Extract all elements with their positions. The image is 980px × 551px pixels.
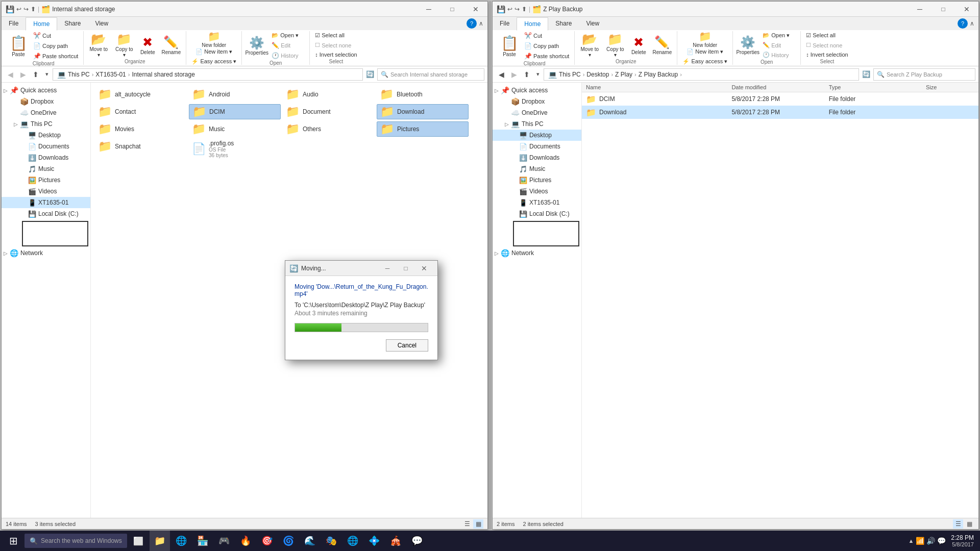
col-header-size[interactable]: Size [926, 84, 974, 90]
taskbar-app6-btn[interactable]: 🎯 [257, 531, 277, 551]
right-tree-item-thispc[interactable]: ▷ 💻 This PC [493, 118, 581, 130]
left-window-qat-save[interactable]: 💾 [6, 5, 14, 13]
taskbar-clock[interactable]: 2:28 PM 5/8/2017 [948, 534, 977, 547]
left-window-qat-up[interactable]: ⬆ [31, 6, 36, 13]
file-item-pictures[interactable]: 📁 Pictures [377, 121, 469, 137]
right-new-folder-btn[interactable]: 📁 New folder [692, 31, 718, 46]
left-properties-btn[interactable]: ⚙️ Properties [245, 35, 268, 57]
taskbar-app5-btn[interactable]: 🔥 [235, 531, 256, 551]
left-tree-item-onedrive[interactable]: ☁️ OneDrive [2, 107, 90, 118]
file-item-movies[interactable]: 📁 Movies [95, 121, 187, 137]
moving-dialog[interactable]: 🔄 Moving... ─ □ ✕ Moving 'Dow...\Return_… [285, 260, 438, 360]
right-tree-item-pictures[interactable]: 🖼️ Pictures [493, 174, 581, 186]
tray-show-hidden[interactable]: ▲ [908, 538, 914, 544]
left-tree-item-dropbox[interactable]: 📦 Dropbox [2, 96, 90, 107]
left-paste-shortcut-btn[interactable]: 📌 Paste shortcut [31, 52, 80, 61]
right-tree-item-videos[interactable]: 🎬 Videos [493, 186, 581, 197]
taskbar-start-btn[interactable]: ⊞ [3, 531, 23, 551]
right-tree-item-desktop[interactable]: 🖥️ Desktop [493, 130, 581, 141]
left-new-folder-btn[interactable]: 📁 New folder [201, 31, 227, 46]
file-item-others[interactable]: 📁 Others [283, 121, 375, 137]
modal-maximize-btn[interactable]: □ [397, 262, 415, 274]
right-window-qat-up[interactable]: ⬆ [522, 6, 527, 13]
right-tree-item-onedrive[interactable]: ☁️ OneDrive [493, 107, 581, 118]
file-item-document[interactable]: 📁 Document [283, 104, 375, 119]
right-edit-btn[interactable]: ✏️ Edit [761, 41, 797, 49]
taskbar-store-btn[interactable]: 🏪 [192, 531, 213, 551]
right-tab-home[interactable]: Home [517, 17, 548, 31]
left-open-btn[interactable]: 📂 Open ▾ [270, 31, 306, 40]
right-tree-item-downloads[interactable]: ⬇️ Downloads [493, 152, 581, 163]
left-tree-item-quickaccess[interactable]: ▷ 📌 Quick access [2, 85, 90, 96]
right-back-btn[interactable]: ◀ [496, 69, 507, 80]
left-refresh-btn[interactable]: 🔄 [364, 69, 376, 80]
right-copy-path-btn[interactable]: 📄 Copy path [522, 41, 571, 51]
right-tree-item-music[interactable]: 🎵 Music [493, 163, 581, 174]
tray-message-icon[interactable]: 💬 [937, 537, 946, 545]
right-tree-item-localdisk[interactable]: 💾 Local Disk (C:) [493, 208, 581, 219]
right-easy-access-btn[interactable]: ⚡ Easy access ▾ [680, 57, 729, 66]
modal-minimize-btn[interactable]: ─ [378, 262, 397, 274]
left-tree-item-pictures[interactable]: 🖼️ Pictures [2, 174, 90, 186]
right-cut-btn[interactable]: ✂️ Cut [522, 31, 571, 40]
modal-titlebar[interactable]: 🔄 Moving... ─ □ ✕ [285, 261, 437, 276]
left-tree-item-documents[interactable]: 📄 Documents [2, 141, 90, 152]
file-item-audio[interactable]: 📁 Audio [283, 87, 375, 102]
left-tab-home[interactable]: Home [26, 17, 57, 31]
taskbar-app8-btn[interactable]: 🌊 [300, 531, 320, 551]
file-item-profigos[interactable]: 📄 .profig.os OS File 36 bytes [189, 139, 281, 159]
left-new-item-btn[interactable]: 📄 New item ▾ [193, 47, 234, 56]
left-tree-item-network[interactable]: ▷ 🌐 Network [2, 247, 90, 259]
right-tree-item-quickaccess[interactable]: ▷ 📌 Quick access [493, 85, 581, 96]
taskbar-app11-btn[interactable]: 💠 [364, 531, 384, 551]
left-tree-item-music[interactable]: 🎵 Music [2, 163, 90, 174]
left-tree-item-xt1635[interactable]: 📱 XT1635-01 [2, 197, 90, 208]
tray-network-icon[interactable]: 📶 [916, 537, 924, 545]
right-minimize-btn[interactable]: ─ [908, 2, 932, 17]
right-new-item-btn[interactable]: 📄 New item ▾ [684, 47, 725, 56]
taskbar-ie-btn[interactable]: 🌐 [342, 531, 363, 551]
file-item-snapchat[interactable]: 📁 Snapchat [95, 139, 187, 154]
col-header-type[interactable]: Type [829, 84, 926, 90]
left-invert-selection-btn[interactable]: ↕ Invert selection [313, 51, 359, 59]
taskbar-chrome-btn[interactable]: 🌐 [171, 531, 191, 551]
file-item-alt-autocycle[interactable]: 📁 alt_autocycle [95, 87, 187, 102]
taskbar-task-view-btn[interactable]: ⬜ [128, 531, 149, 551]
left-up-btn[interactable]: ⬆ [30, 69, 41, 80]
file-item-dcim[interactable]: 📁 DCIM [189, 104, 281, 119]
right-tab-view[interactable]: View [579, 17, 606, 30]
explorer-divider[interactable] [489, 1, 491, 530]
right-file-row-download[interactable]: 📁 Download 5/8/2017 2:28 PM File folder [582, 106, 978, 119]
right-history-btn[interactable]: 🕐 History [761, 51, 797, 59]
left-select-all-btn[interactable]: ☑ Select all [313, 31, 359, 40]
right-invert-selection-btn[interactable]: ↕ Invert selection [804, 51, 850, 59]
file-item-android[interactable]: 📁 Android [189, 87, 281, 102]
left-ribbon-collapse[interactable]: ∧ [479, 20, 483, 27]
right-maximize-btn[interactable]: □ [932, 2, 955, 17]
right-paste-shortcut-btn[interactable]: 📌 Paste shortcut [522, 52, 571, 61]
right-searchbar[interactable]: 🔍 Search Z Play Backup [873, 68, 975, 81]
left-copy-to-btn[interactable]: 📁 Copy to ▾ [112, 31, 136, 59]
left-tree-item-downloads[interactable]: ⬇️ Downloads [2, 152, 90, 163]
col-header-date[interactable]: Date modified [731, 84, 828, 90]
left-maximize-btn[interactable]: □ [440, 2, 464, 17]
left-minimize-btn[interactable]: ─ [417, 2, 440, 17]
right-properties-btn[interactable]: ⚙️ Properties [736, 34, 760, 56]
left-tree-blank-device[interactable] [2, 219, 90, 247]
right-move-to-btn[interactable]: 📂 Move to ▾ [578, 31, 601, 59]
file-item-music[interactable]: 📁 Music [189, 121, 281, 137]
right-close-btn[interactable]: ✕ [955, 2, 978, 17]
right-ribbon-collapse[interactable]: ∧ [970, 20, 974, 27]
left-tab-share[interactable]: Share [57, 17, 88, 30]
taskbar-app12-btn[interactable]: 🎪 [385, 531, 406, 551]
right-select-all-btn[interactable]: ☑ Select all [804, 31, 850, 40]
taskbar-app9-btn[interactable]: 🎭 [321, 531, 341, 551]
left-easy-access-btn[interactable]: ⚡ Easy access ▾ [189, 57, 238, 66]
right-addressbar[interactable]: 💻 This PC › Desktop › Z Play › Z Play Ba… [544, 68, 859, 81]
left-tab-view[interactable]: View [88, 17, 115, 30]
left-cut-btn[interactable]: ✂️ Cut [31, 31, 80, 40]
file-item-download[interactable]: 📁 Download [377, 104, 469, 119]
modal-close-btn[interactable]: ✕ [415, 262, 433, 274]
left-move-to-btn[interactable]: 📂 Move to ▾ [87, 31, 110, 59]
left-edit-btn[interactable]: ✏️ Edit [270, 41, 306, 50]
